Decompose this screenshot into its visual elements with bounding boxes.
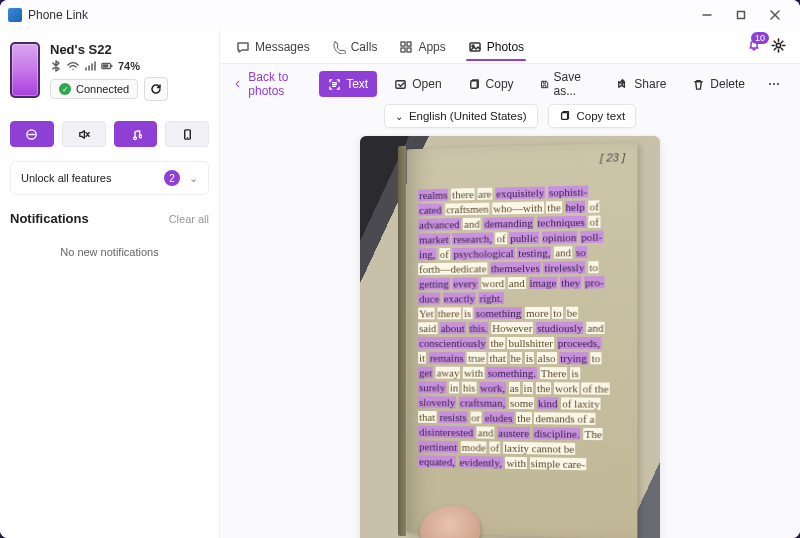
ocr-token[interactable]: there bbox=[451, 188, 474, 200]
ocr-token[interactable]: of bbox=[439, 248, 450, 260]
ocr-token[interactable]: tirelessly bbox=[543, 261, 585, 274]
ocr-token[interactable]: proceeds, bbox=[557, 337, 601, 349]
ocr-token[interactable]: is bbox=[525, 352, 534, 364]
ocr-token[interactable]: surely bbox=[418, 381, 446, 393]
ocr-token[interactable]: and bbox=[463, 218, 481, 230]
ocr-token[interactable]: get bbox=[418, 367, 433, 379]
ocr-token[interactable]: demanding bbox=[483, 217, 533, 230]
ocr-token[interactable]: austere bbox=[497, 427, 530, 439]
more-button[interactable] bbox=[762, 71, 786, 97]
ocr-token[interactable]: more bbox=[525, 307, 550, 319]
ocr-token[interactable]: and bbox=[586, 322, 604, 334]
notifications-button[interactable]: 10 bbox=[747, 38, 761, 55]
ocr-token[interactable]: that bbox=[418, 411, 436, 423]
ocr-token[interactable]: word bbox=[481, 277, 505, 289]
ocr-token[interactable]: sophisti- bbox=[548, 185, 588, 198]
ocr-token[interactable]: every bbox=[452, 277, 478, 289]
mute-button[interactable] bbox=[62, 121, 106, 147]
ocr-token[interactable]: However bbox=[491, 322, 533, 334]
ocr-token[interactable]: market bbox=[418, 233, 450, 245]
open-button[interactable]: Open bbox=[385, 71, 450, 97]
ocr-token[interactable]: true bbox=[467, 352, 486, 364]
tab-messages[interactable]: Messages bbox=[234, 34, 312, 60]
text-mode-button[interactable]: Text bbox=[319, 71, 377, 97]
ocr-token[interactable]: conscientiously bbox=[418, 337, 487, 349]
ocr-token[interactable]: the bbox=[546, 201, 562, 213]
ocr-token[interactable]: said bbox=[418, 322, 437, 334]
close-button[interactable] bbox=[758, 3, 792, 27]
ocr-token[interactable]: pro- bbox=[584, 276, 605, 288]
ocr-token[interactable]: something. bbox=[487, 367, 537, 379]
clear-all-button[interactable]: Clear all bbox=[169, 213, 209, 225]
ocr-token[interactable]: work, bbox=[479, 382, 506, 394]
ocr-token[interactable]: he bbox=[510, 352, 522, 364]
saveas-button[interactable]: Save as... bbox=[531, 64, 600, 104]
ocr-token[interactable]: testing, bbox=[517, 247, 551, 259]
ocr-token[interactable]: and bbox=[508, 277, 526, 289]
settings-button[interactable] bbox=[771, 38, 786, 56]
ocr-token[interactable]: cated bbox=[418, 204, 442, 216]
ocr-token[interactable]: to bbox=[591, 352, 602, 364]
copy-text-button[interactable]: Copy text bbox=[548, 104, 637, 128]
ocr-token[interactable]: advanced bbox=[418, 218, 460, 231]
ocr-token[interactable]: getting bbox=[418, 278, 450, 290]
ocr-token[interactable]: with bbox=[506, 457, 527, 469]
ocr-token[interactable]: pertinent bbox=[418, 440, 458, 452]
ocr-token[interactable]: evidently, bbox=[459, 456, 503, 469]
ocr-token[interactable]: duce bbox=[418, 293, 440, 305]
ocr-token[interactable]: exactly bbox=[443, 292, 476, 304]
ocr-token[interactable]: research, bbox=[452, 232, 493, 245]
ocr-token[interactable]: ing, bbox=[418, 248, 436, 260]
ocr-token[interactable]: to bbox=[552, 307, 563, 319]
ocr-token[interactable]: about bbox=[440, 322, 466, 334]
ocr-token[interactable]: as bbox=[509, 382, 520, 394]
ocr-token[interactable]: eludes bbox=[484, 412, 514, 424]
ocr-token[interactable]: are bbox=[477, 188, 492, 200]
ocr-token[interactable]: craftsmen bbox=[445, 203, 489, 216]
ocr-token[interactable]: psychological bbox=[453, 247, 515, 260]
ocr-token[interactable]: in bbox=[523, 382, 534, 394]
ocr-token[interactable]: it bbox=[418, 352, 426, 364]
ocr-token[interactable]: to bbox=[588, 261, 599, 273]
ocr-token[interactable]: realms bbox=[418, 189, 448, 202]
ocr-token[interactable]: the bbox=[536, 382, 551, 394]
ocr-token[interactable]: equated, bbox=[418, 455, 456, 468]
ocr-token[interactable]: techniques bbox=[537, 216, 586, 229]
music-button[interactable] bbox=[114, 121, 158, 147]
ocr-token[interactable]: who—with bbox=[492, 202, 543, 215]
ocr-token[interactable]: of the bbox=[582, 382, 610, 394]
ocr-token[interactable]: slovenly bbox=[418, 396, 456, 408]
ocr-token[interactable]: they bbox=[560, 276, 581, 288]
ocr-token[interactable]: resists bbox=[439, 411, 468, 423]
dnd-button[interactable] bbox=[10, 121, 54, 147]
ocr-token[interactable]: image bbox=[528, 277, 557, 289]
ocr-token[interactable]: away bbox=[436, 367, 461, 379]
ocr-token[interactable]: craftsman, bbox=[459, 396, 506, 408]
ocr-token[interactable]: this. bbox=[468, 322, 488, 334]
ocr-token[interactable]: remains bbox=[429, 352, 465, 364]
ocr-token[interactable]: of bbox=[489, 442, 500, 454]
ocr-token[interactable]: forth—dedicate bbox=[418, 262, 487, 275]
ocr-token[interactable]: opinion bbox=[542, 231, 578, 244]
ocr-token[interactable]: the bbox=[489, 337, 504, 349]
cast-button[interactable] bbox=[165, 121, 209, 147]
ocr-token[interactable]: and bbox=[554, 246, 572, 258]
ocr-token[interactable]: public bbox=[509, 232, 538, 244]
phone-thumbnail[interactable] bbox=[10, 42, 40, 98]
unlock-features-button[interactable]: Unlock all features 2 ⌄ bbox=[10, 161, 209, 195]
ocr-token[interactable]: kind bbox=[537, 397, 559, 409]
ocr-token[interactable]: of bbox=[589, 200, 600, 212]
ocr-token[interactable]: so bbox=[575, 246, 587, 258]
tab-apps[interactable]: Apps bbox=[397, 34, 447, 60]
tab-photos[interactable]: Photos bbox=[466, 34, 526, 60]
ocr-token[interactable]: that bbox=[489, 352, 507, 364]
ocr-token[interactable]: or bbox=[470, 411, 481, 423]
ocr-token[interactable]: his bbox=[462, 382, 477, 394]
ocr-token[interactable]: laxity cannot be bbox=[503, 442, 575, 455]
ocr-token[interactable]: There bbox=[540, 367, 568, 379]
copy-button[interactable]: Copy bbox=[459, 71, 523, 97]
ocr-token[interactable]: some bbox=[509, 397, 534, 409]
share-button[interactable]: Share bbox=[607, 71, 675, 97]
ocr-token[interactable]: work bbox=[554, 382, 579, 394]
ocr-token[interactable]: poll- bbox=[580, 231, 603, 243]
